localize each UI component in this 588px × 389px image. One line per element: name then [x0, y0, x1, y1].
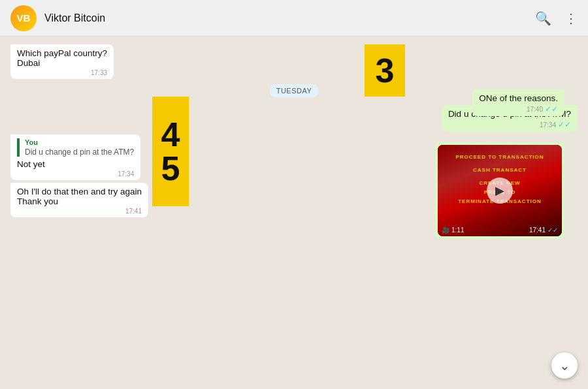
message-subtext: Dubai	[17, 58, 107, 68]
camera-icon: 🎥	[442, 226, 449, 234]
menu-icon[interactable]: ⋮	[564, 10, 578, 26]
message-time: 17:34	[540, 121, 556, 129]
scroll-down-button[interactable]: ⌄	[551, 352, 578, 379]
play-button[interactable]: ▶	[487, 178, 513, 204]
date-label: TUESDAY	[270, 84, 319, 97]
bubble-meta: 17:33	[17, 69, 107, 76]
header-icons: 🔍 ⋮	[535, 10, 578, 26]
message-quote: You Did u change d pin at the ATM?	[17, 138, 134, 157]
video-duration: 🎥 1:11	[442, 226, 464, 234]
overlay-number-45: 4 5	[152, 97, 189, 206]
message-text: ONe of the reasons.	[479, 93, 558, 103]
message-text: Oh I'll do that then and try againThank …	[17, 187, 142, 206]
message-text: Not yet	[17, 159, 134, 169]
bubble-meta: 17:40 ✓✓	[479, 104, 558, 114]
message-ticks: ✓✓	[545, 104, 558, 114]
message-ticks: ✓✓	[558, 120, 571, 129]
msg-row: Which payPal country? Dubai 17:33	[10, 44, 578, 79]
message-text: Which payPal country?	[17, 48, 107, 58]
chat-header: VB Viktor Bitcoin 🔍 ⋮	[0, 0, 588, 37]
video-timestamp: 17:41	[529, 226, 546, 234]
video-time: 17:41 ✓✓	[529, 226, 558, 234]
contact-name[interactable]: Viktor Bitcoin	[44, 12, 527, 24]
avatar[interactable]: VB	[10, 5, 37, 31]
video-text-2: CASH TRANSACT	[438, 167, 562, 173]
bubble-meta: 17:34 ✓✓	[448, 120, 571, 129]
video-message-bubble[interactable]: PROCEED TO TRANSACTION CASH TRANSACT CRE…	[435, 142, 564, 239]
bubble-meta: 17:41	[17, 208, 142, 215]
message-time: 17:40	[527, 106, 543, 113]
message-bubble: Which payPal country? Dubai 17:33	[10, 44, 114, 79]
search-icon[interactable]: 🔍	[535, 10, 551, 26]
sender-label: You	[25, 138, 134, 146]
message-time: 17:33	[91, 69, 107, 76]
message-bubble: ONe of the reasons. 17:40 ✓✓	[472, 89, 564, 116]
bubble-meta: 17:34	[17, 170, 134, 178]
duration-text: 1:11	[451, 226, 464, 234]
message-time: 17:34	[118, 170, 134, 178]
message-time: 17:41	[125, 208, 142, 215]
message-bubble: Oh I'll do that then and try againThank …	[10, 183, 148, 217]
overlay-number-3: 3	[365, 44, 405, 97]
chat-area: Which payPal country? Dubai 17:33 TUESDA…	[0, 37, 588, 389]
message-bubble: You Did u change d pin at the ATM? Not y…	[10, 134, 140, 180]
video-thumbnail[interactable]: PROCEED TO TRANSACTION CASH TRANSACT CRE…	[438, 145, 562, 236]
video-footer: 🎥 1:11 17:41 ✓✓	[442, 226, 558, 234]
quoted-text: Did u change d pin at the ATM?	[25, 148, 134, 157]
video-text-1: PROCEED TO TRANSACTION	[438, 154, 562, 160]
video-inner: PROCEED TO TRANSACTION CASH TRANSACT CRE…	[438, 145, 562, 236]
video-ticks: ✓✓	[547, 226, 558, 234]
chevron-down-icon: ⌄	[559, 359, 570, 372]
